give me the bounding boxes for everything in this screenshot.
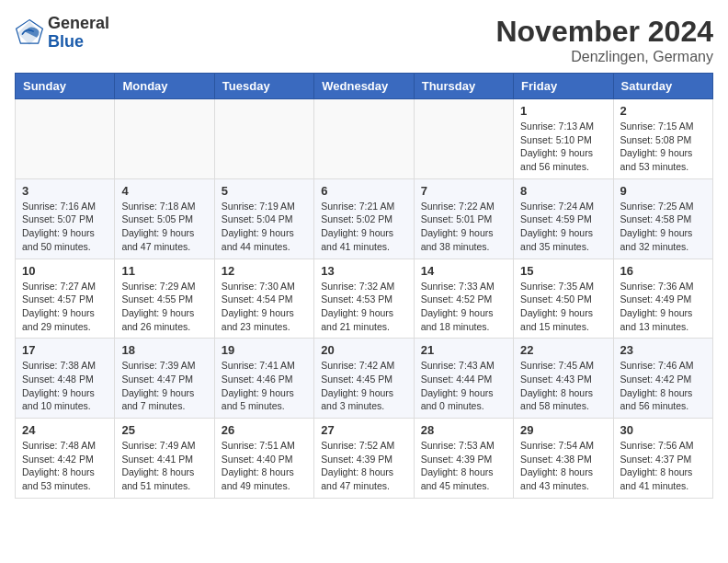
- day-cell-6: 6Sunrise: 7:21 AM Sunset: 5:02 PM Daylig…: [314, 178, 414, 259]
- day-number: 18: [121, 343, 207, 357]
- day-cell-29: 29Sunrise: 7:54 AM Sunset: 4:38 PM Dayli…: [514, 419, 613, 499]
- day-info: Sunrise: 7:46 AM Sunset: 4:42 PM Dayligh…: [620, 359, 706, 413]
- day-number: 4: [121, 184, 207, 198]
- empty-cell: [214, 99, 313, 179]
- day-info: Sunrise: 7:29 AM Sunset: 4:55 PM Dayligh…: [121, 280, 207, 334]
- day-info: Sunrise: 7:35 AM Sunset: 4:50 PM Dayligh…: [520, 280, 606, 334]
- day-info: Sunrise: 7:15 AM Sunset: 5:08 PM Dayligh…: [620, 120, 706, 174]
- weekday-header-row: SundayMondayTuesdayWednesdayThursdayFrid…: [16, 74, 713, 99]
- day-info: Sunrise: 7:21 AM Sunset: 5:02 PM Dayligh…: [321, 200, 406, 254]
- day-number: 8: [520, 184, 606, 198]
- day-number: 20: [321, 343, 406, 357]
- day-info: Sunrise: 7:52 AM Sunset: 4:39 PM Dayligh…: [321, 439, 406, 493]
- day-info: Sunrise: 7:51 AM Sunset: 4:40 PM Dayligh…: [222, 439, 307, 493]
- day-cell-24: 24Sunrise: 7:48 AM Sunset: 4:42 PM Dayli…: [16, 419, 115, 499]
- day-number: 12: [222, 264, 307, 278]
- empty-cell: [314, 99, 414, 179]
- day-info: Sunrise: 7:38 AM Sunset: 4:48 PM Dayligh…: [22, 359, 108, 413]
- day-info: Sunrise: 7:18 AM Sunset: 5:05 PM Dayligh…: [121, 200, 207, 254]
- day-cell-23: 23Sunrise: 7:46 AM Sunset: 4:42 PM Dayli…: [613, 339, 712, 419]
- day-info: Sunrise: 7:43 AM Sunset: 4:44 PM Dayligh…: [421, 359, 506, 413]
- empty-cell: [414, 99, 513, 179]
- day-cell-27: 27Sunrise: 7:52 AM Sunset: 4:39 PM Dayli…: [314, 419, 414, 499]
- day-number: 15: [520, 264, 606, 278]
- day-cell-14: 14Sunrise: 7:33 AM Sunset: 4:52 PM Dayli…: [414, 259, 513, 339]
- day-number: 19: [222, 343, 307, 357]
- weekday-header-saturday: Saturday: [613, 74, 712, 99]
- week-row-4: 17Sunrise: 7:38 AM Sunset: 4:48 PM Dayli…: [16, 339, 713, 419]
- month-title: November 2024: [495, 15, 713, 49]
- day-info: Sunrise: 7:27 AM Sunset: 4:57 PM Dayligh…: [22, 280, 108, 334]
- logo-text: General Blue: [48, 15, 109, 52]
- day-cell-11: 11Sunrise: 7:29 AM Sunset: 4:55 PM Dayli…: [115, 259, 214, 339]
- logo: General Blue: [15, 15, 109, 52]
- day-number: 24: [22, 423, 108, 437]
- location-title: Denzlingen, Germany: [495, 49, 713, 65]
- day-number: 9: [620, 184, 706, 198]
- day-number: 30: [620, 423, 706, 437]
- day-number: 29: [520, 423, 606, 437]
- day-info: Sunrise: 7:13 AM Sunset: 5:10 PM Dayligh…: [520, 120, 606, 174]
- logo-general: General: [48, 14, 109, 32]
- day-info: Sunrise: 7:25 AM Sunset: 4:58 PM Dayligh…: [620, 200, 706, 254]
- day-number: 27: [321, 423, 406, 437]
- day-cell-19: 19Sunrise: 7:41 AM Sunset: 4:46 PM Dayli…: [214, 339, 313, 419]
- day-info: Sunrise: 7:45 AM Sunset: 4:43 PM Dayligh…: [520, 359, 606, 413]
- week-row-3: 10Sunrise: 7:27 AM Sunset: 4:57 PM Dayli…: [16, 259, 713, 339]
- empty-cell: [16, 99, 115, 179]
- day-info: Sunrise: 7:49 AM Sunset: 4:41 PM Dayligh…: [121, 439, 207, 493]
- day-cell-16: 16Sunrise: 7:36 AM Sunset: 4:49 PM Dayli…: [613, 259, 712, 339]
- day-number: 2: [620, 104, 706, 118]
- week-row-2: 3Sunrise: 7:16 AM Sunset: 5:07 PM Daylig…: [16, 178, 713, 259]
- logo-icon: [15, 18, 44, 48]
- day-cell-1: 1Sunrise: 7:13 AM Sunset: 5:10 PM Daylig…: [514, 99, 613, 179]
- day-info: Sunrise: 7:53 AM Sunset: 4:39 PM Dayligh…: [421, 439, 506, 493]
- day-cell-20: 20Sunrise: 7:42 AM Sunset: 4:45 PM Dayli…: [314, 339, 414, 419]
- day-info: Sunrise: 7:16 AM Sunset: 5:07 PM Dayligh…: [22, 200, 108, 254]
- day-number: 16: [620, 264, 706, 278]
- day-cell-4: 4Sunrise: 7:18 AM Sunset: 5:05 PM Daylig…: [115, 178, 214, 259]
- day-number: 3: [22, 184, 108, 198]
- page-header: General Blue November 2024 Denzlingen, G…: [15, 15, 713, 65]
- calendar-body: 1Sunrise: 7:13 AM Sunset: 5:10 PM Daylig…: [16, 99, 713, 499]
- day-number: 21: [421, 343, 506, 357]
- day-number: 14: [421, 264, 506, 278]
- day-number: 10: [22, 264, 108, 278]
- weekday-header-wednesday: Wednesday: [314, 74, 414, 99]
- day-info: Sunrise: 7:39 AM Sunset: 4:47 PM Dayligh…: [121, 359, 207, 413]
- day-number: 11: [121, 264, 207, 278]
- day-cell-13: 13Sunrise: 7:32 AM Sunset: 4:53 PM Dayli…: [314, 259, 414, 339]
- logo-blue: Blue: [48, 32, 84, 51]
- day-cell-15: 15Sunrise: 7:35 AM Sunset: 4:50 PM Dayli…: [514, 259, 613, 339]
- weekday-header-friday: Friday: [514, 74, 613, 99]
- day-number: 23: [620, 343, 706, 357]
- day-info: Sunrise: 7:36 AM Sunset: 4:49 PM Dayligh…: [620, 280, 706, 334]
- day-number: 13: [321, 264, 406, 278]
- day-info: Sunrise: 7:30 AM Sunset: 4:54 PM Dayligh…: [222, 280, 307, 334]
- day-cell-12: 12Sunrise: 7:30 AM Sunset: 4:54 PM Dayli…: [214, 259, 313, 339]
- day-cell-7: 7Sunrise: 7:22 AM Sunset: 5:01 PM Daylig…: [414, 178, 513, 259]
- day-cell-10: 10Sunrise: 7:27 AM Sunset: 4:57 PM Dayli…: [16, 259, 115, 339]
- calendar-table: SundayMondayTuesdayWednesdayThursdayFrid…: [15, 73, 713, 499]
- day-cell-17: 17Sunrise: 7:38 AM Sunset: 4:48 PM Dayli…: [16, 339, 115, 419]
- day-cell-3: 3Sunrise: 7:16 AM Sunset: 5:07 PM Daylig…: [16, 178, 115, 259]
- day-info: Sunrise: 7:42 AM Sunset: 4:45 PM Dayligh…: [321, 359, 406, 413]
- day-number: 22: [520, 343, 606, 357]
- weekday-header-sunday: Sunday: [16, 74, 115, 99]
- day-cell-18: 18Sunrise: 7:39 AM Sunset: 4:47 PM Dayli…: [115, 339, 214, 419]
- day-number: 17: [22, 343, 108, 357]
- day-info: Sunrise: 7:19 AM Sunset: 5:04 PM Dayligh…: [222, 200, 307, 254]
- day-info: Sunrise: 7:22 AM Sunset: 5:01 PM Dayligh…: [421, 200, 506, 254]
- calendar-header: SundayMondayTuesdayWednesdayThursdayFrid…: [16, 74, 713, 99]
- day-cell-9: 9Sunrise: 7:25 AM Sunset: 4:58 PM Daylig…: [613, 178, 712, 259]
- day-number: 7: [421, 184, 506, 198]
- day-number: 25: [121, 423, 207, 437]
- day-cell-28: 28Sunrise: 7:53 AM Sunset: 4:39 PM Dayli…: [414, 419, 513, 499]
- day-info: Sunrise: 7:32 AM Sunset: 4:53 PM Dayligh…: [321, 280, 406, 334]
- day-info: Sunrise: 7:56 AM Sunset: 4:37 PM Dayligh…: [620, 439, 706, 493]
- day-number: 1: [520, 104, 606, 118]
- weekday-header-tuesday: Tuesday: [214, 74, 313, 99]
- day-cell-8: 8Sunrise: 7:24 AM Sunset: 4:59 PM Daylig…: [514, 178, 613, 259]
- day-cell-2: 2Sunrise: 7:15 AM Sunset: 5:08 PM Daylig…: [613, 99, 712, 179]
- day-info: Sunrise: 7:41 AM Sunset: 4:46 PM Dayligh…: [222, 359, 307, 413]
